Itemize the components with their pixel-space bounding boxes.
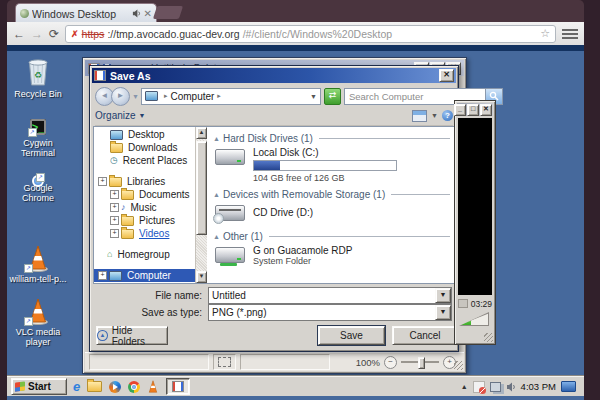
file-name-combo[interactable]: ▼ [208, 287, 452, 304]
desktop-icon-chrome[interactable]: ↗ Google Chrome [9, 181, 67, 204]
tray-expand-icon[interactable]: ▲ [461, 383, 468, 390]
vlc-close-button[interactable]: ✕ [480, 104, 492, 116]
taskbar-clock[interactable]: 4:03 PM [521, 381, 556, 392]
vlc-video-area[interactable] [458, 118, 492, 295]
drive-detail: 104 GB free of 126 GB [253, 173, 397, 183]
refresh-button[interactable]: ⇄ [324, 88, 341, 105]
tree-item-recent-places[interactable]: ◷ Recent Places [94, 154, 195, 167]
volume-icon[interactable] [506, 382, 516, 392]
drive-item-guacamole[interactable]: G on Guacamole RDP System Folder [215, 245, 450, 266]
vlc-taskbar-icon[interactable] [147, 380, 159, 394]
url-bar[interactable]: ✗ https://tmp.avocado.guac-dev.org/#/cli… [65, 25, 556, 43]
file-name-input[interactable] [209, 290, 435, 301]
scroll-down-icon[interactable]: ▼ [196, 271, 207, 283]
tree-item-music[interactable]: ♪ Music [94, 201, 195, 214]
scrollbar-track[interactable] [196, 139, 207, 271]
drive-list-pane: ▲ Hard Disk Drives (1) Local Disk (C:) 1… [207, 127, 454, 283]
internet-explorer-icon[interactable]: e [73, 380, 80, 393]
keyboard-layout-icon[interactable] [561, 381, 576, 392]
tree-item-desktop[interactable]: Desktop [94, 128, 195, 141]
cancel-button[interactable]: Cancel [392, 326, 458, 345]
drive-item-local-disk[interactable]: Local Disk (C:) 104 GB free of 126 GB [215, 147, 450, 183]
group-header-other[interactable]: ▲ Other (1) [213, 231, 450, 242]
new-tab-button[interactable] [153, 6, 183, 19]
remote-desktop-top-strip [7, 45, 584, 51]
vlc-maximize-button[interactable]: □ [467, 104, 479, 116]
tree-item-libraries[interactable]: Libraries [94, 175, 195, 188]
resize-grip[interactable] [454, 361, 463, 370]
zoom-slider-thumb[interactable] [418, 357, 425, 369]
action-center-icon[interactable] [473, 381, 485, 393]
expander-icon[interactable] [110, 190, 119, 199]
vlc-window: _ □ ✕ 03:29 [454, 100, 496, 345]
command-bar: Organize ▼ ▼ ? [95, 108, 453, 126]
breadcrumb[interactable]: ▸ Computer ▸ ▼ [141, 88, 321, 105]
desktop-icon-recycle-bin[interactable]: ♻ Recycle Bin [9, 57, 67, 99]
browser-menu-icon[interactable] [562, 27, 578, 41]
browser-tab[interactable]: Windows Desktop ✕ [15, 3, 157, 23]
bookmark-star-icon[interactable]: ☆ [540, 27, 550, 40]
scrollbar-thumb[interactable] [196, 141, 207, 235]
scroll-up-icon[interactable]: ▲ [196, 127, 207, 139]
drive-item-cd[interactable]: CD Drive (D:) [215, 203, 450, 223]
tree-item-videos[interactable]: Videos [94, 227, 195, 240]
recent-pages-dropdown-icon[interactable]: ▼ [132, 93, 139, 100]
desktop-icon-vlc[interactable]: ↗ VLC media player [9, 298, 67, 348]
breadcrumb-root[interactable]: Computer [170, 91, 214, 102]
chrome-taskbar-icon[interactable] [128, 381, 140, 393]
address-dropdown-icon[interactable]: ▼ [310, 93, 317, 100]
expander-icon[interactable] [110, 216, 119, 225]
expander-icon[interactable] [98, 177, 107, 186]
organize-button[interactable]: Organize ▼ [95, 110, 146, 121]
vlc-control-button[interactable] [458, 299, 468, 308]
tab-audio-icon[interactable] [132, 9, 141, 18]
save-type-combo[interactable]: ▼ [208, 304, 452, 321]
expander-icon[interactable] [110, 229, 119, 238]
save-type-dropdown-icon[interactable]: ▼ [435, 305, 451, 320]
recycle-bin-icon: ♻ [25, 57, 51, 87]
vlc-title-bar[interactable]: _ □ ✕ [457, 103, 493, 116]
desktop-icon-cygwin[interactable]: >_ ↗ Cygwin Terminal [9, 117, 67, 159]
zoom-slider[interactable] [401, 361, 439, 363]
forward-nav-icon[interactable]: ► [111, 87, 130, 106]
views-dropdown-icon[interactable]: ▼ [431, 112, 438, 119]
reload-button[interactable]: ⟳ [49, 28, 59, 40]
network-icon[interactable] [490, 382, 501, 392]
tree-item-downloads[interactable]: Downloads [94, 141, 195, 154]
save-type-input[interactable] [209, 307, 435, 318]
zoom-out-icon[interactable]: − [384, 356, 397, 369]
desktop-icon-william-tell[interactable]: ↗ william-tell-p... [9, 245, 67, 284]
tree-item-homegroup[interactable]: ⌂ Homegroup [94, 248, 195, 261]
forward-button[interactable]: → [31, 28, 43, 40]
windows-flag-icon [15, 381, 25, 391]
group-header-removable[interactable]: ▲ Devices with Removable Storage (1) [213, 189, 450, 200]
hide-folders-button[interactable]: ▲ Hide Folders [96, 326, 168, 345]
save-button[interactable]: Save [318, 326, 385, 345]
media-player-icon[interactable] [109, 381, 121, 393]
tree-item-computer[interactable]: Computer [94, 269, 195, 282]
dialog-close-button[interactable]: ✕ [439, 69, 454, 82]
tree-scrollbar[interactable]: ▲ ▼ [195, 127, 207, 283]
paint-taskbar-button[interactable] [166, 378, 190, 395]
expander-icon[interactable] [110, 203, 119, 212]
disk-usage-bar [253, 160, 397, 171]
vlc-minimize-button[interactable]: _ [454, 104, 466, 116]
organize-label: Organize [95, 110, 136, 121]
dialog-title-bar[interactable]: Save As ✕ [92, 68, 456, 83]
expander-icon[interactable] [98, 271, 107, 280]
explorer-folder-icon[interactable] [87, 381, 102, 392]
vlc-volume-slider[interactable] [459, 312, 489, 326]
desktop-icon-label: VLC media player [9, 327, 67, 348]
tree-item-documents[interactable]: Documents [94, 188, 195, 201]
file-name-dropdown-icon[interactable]: ▼ [435, 288, 451, 303]
start-button[interactable]: Start [11, 378, 67, 395]
hard-disk-icon [215, 149, 245, 165]
tree-item-pictures[interactable]: Pictures [94, 214, 195, 227]
breadcrumb-arrow[interactable]: ▸ [217, 92, 221, 100]
tab-close-icon[interactable]: ✕ [144, 9, 152, 19]
group-header-hard-disks[interactable]: ▲ Hard Disk Drives (1) [213, 133, 450, 144]
help-icon[interactable]: ? [442, 110, 453, 121]
vlc-resize-grip[interactable] [484, 333, 493, 342]
views-icon[interactable] [412, 110, 427, 122]
back-button[interactable]: ← [13, 28, 25, 40]
